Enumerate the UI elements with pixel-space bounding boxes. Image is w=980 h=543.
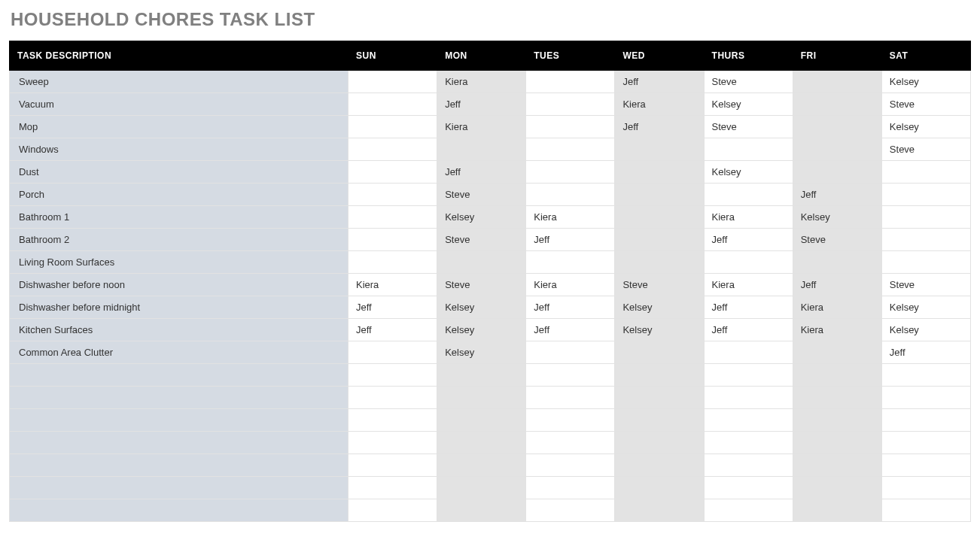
assignment-cell[interactable] bbox=[615, 387, 704, 409]
assignment-cell[interactable]: Steve bbox=[704, 71, 793, 93]
assignment-cell[interactable] bbox=[348, 138, 437, 161]
assignment-cell[interactable] bbox=[526, 93, 615, 116]
assignment-cell[interactable]: Steve bbox=[437, 274, 526, 296]
assignment-cell[interactable]: Kiera bbox=[526, 274, 615, 296]
assignment-cell[interactable] bbox=[526, 364, 615, 387]
assignment-cell[interactable]: Kelsey bbox=[793, 206, 881, 229]
assignment-cell[interactable] bbox=[881, 477, 970, 499]
assignment-cell[interactable] bbox=[615, 206, 704, 229]
assignment-cell[interactable]: Kiera bbox=[793, 296, 881, 319]
task-description-cell[interactable] bbox=[10, 432, 348, 454]
assignment-cell[interactable] bbox=[526, 161, 615, 184]
assignment-cell[interactable] bbox=[793, 161, 881, 184]
assignment-cell[interactable] bbox=[881, 206, 970, 229]
assignment-cell[interactable] bbox=[437, 432, 526, 454]
assignment-cell[interactable] bbox=[348, 454, 437, 477]
assignment-cell[interactable] bbox=[704, 499, 793, 522]
task-description-cell[interactable]: Windows bbox=[10, 138, 348, 161]
assignment-cell[interactable]: Kelsey bbox=[437, 341, 526, 364]
task-description-cell[interactable]: Dishwasher before noon bbox=[10, 274, 348, 296]
assignment-cell[interactable] bbox=[704, 387, 793, 409]
assignment-cell[interactable]: Kiera bbox=[793, 319, 881, 341]
assignment-cell[interactable] bbox=[437, 364, 526, 387]
assignment-cell[interactable] bbox=[615, 499, 704, 522]
assignment-cell[interactable] bbox=[793, 387, 881, 409]
assignment-cell[interactable]: Kiera bbox=[526, 206, 615, 229]
assignment-cell[interactable] bbox=[526, 432, 615, 454]
assignment-cell[interactable] bbox=[526, 138, 615, 161]
assignment-cell[interactable] bbox=[348, 184, 437, 206]
task-description-cell[interactable]: Dishwasher before midnight bbox=[10, 296, 348, 319]
assignment-cell[interactable] bbox=[348, 71, 437, 93]
assignment-cell[interactable] bbox=[437, 454, 526, 477]
assignment-cell[interactable]: Steve bbox=[881, 138, 970, 161]
assignment-cell[interactable] bbox=[704, 138, 793, 161]
assignment-cell[interactable] bbox=[793, 432, 881, 454]
assignment-cell[interactable] bbox=[704, 364, 793, 387]
assignment-cell[interactable] bbox=[348, 93, 437, 116]
assignment-cell[interactable] bbox=[348, 116, 437, 138]
assignment-cell[interactable] bbox=[526, 409, 615, 432]
task-description-cell[interactable]: Mop bbox=[10, 116, 348, 138]
assignment-cell[interactable] bbox=[615, 251, 704, 274]
assignment-cell[interactable] bbox=[615, 409, 704, 432]
assignment-cell[interactable] bbox=[526, 454, 615, 477]
assignment-cell[interactable] bbox=[704, 477, 793, 499]
assignment-cell[interactable] bbox=[348, 477, 437, 499]
assignment-cell[interactable] bbox=[437, 387, 526, 409]
task-description-cell[interactable]: Bathroom 1 bbox=[10, 206, 348, 229]
assignment-cell[interactable]: Kiera bbox=[437, 116, 526, 138]
assignment-cell[interactable] bbox=[793, 477, 881, 499]
assignment-cell[interactable]: Jeff bbox=[526, 296, 615, 319]
assignment-cell[interactable] bbox=[704, 184, 793, 206]
assignment-cell[interactable] bbox=[615, 229, 704, 251]
assignment-cell[interactable] bbox=[526, 251, 615, 274]
assignment-cell[interactable] bbox=[615, 184, 704, 206]
assignment-cell[interactable]: Kiera bbox=[348, 274, 437, 296]
assignment-cell[interactable]: Jeff bbox=[348, 319, 437, 341]
assignment-cell[interactable]: Jeff bbox=[704, 296, 793, 319]
assignment-cell[interactable] bbox=[437, 409, 526, 432]
assignment-cell[interactable] bbox=[793, 364, 881, 387]
assignment-cell[interactable]: Steve bbox=[704, 116, 793, 138]
assignment-cell[interactable] bbox=[793, 116, 881, 138]
assignment-cell[interactable] bbox=[793, 251, 881, 274]
assignment-cell[interactable] bbox=[348, 251, 437, 274]
assignment-cell[interactable]: Kelsey bbox=[881, 319, 970, 341]
assignment-cell[interactable]: Kiera bbox=[704, 274, 793, 296]
assignment-cell[interactable] bbox=[704, 454, 793, 477]
assignment-cell[interactable] bbox=[793, 138, 881, 161]
assignment-cell[interactable]: Steve bbox=[437, 229, 526, 251]
assignment-cell[interactable] bbox=[881, 184, 970, 206]
task-description-cell[interactable] bbox=[10, 454, 348, 477]
assignment-cell[interactable]: Jeff bbox=[704, 319, 793, 341]
assignment-cell[interactable]: Steve bbox=[881, 93, 970, 116]
assignment-cell[interactable]: Kelsey bbox=[881, 296, 970, 319]
assignment-cell[interactable] bbox=[704, 341, 793, 364]
assignment-cell[interactable] bbox=[348, 432, 437, 454]
assignment-cell[interactable] bbox=[348, 161, 437, 184]
assignment-cell[interactable] bbox=[793, 499, 881, 522]
assignment-cell[interactable]: Kiera bbox=[615, 93, 704, 116]
assignment-cell[interactable]: Kelsey bbox=[704, 93, 793, 116]
assignment-cell[interactable] bbox=[881, 409, 970, 432]
assignment-cell[interactable] bbox=[881, 387, 970, 409]
assignment-cell[interactable] bbox=[615, 161, 704, 184]
assignment-cell[interactable] bbox=[793, 71, 881, 93]
assignment-cell[interactable]: Jeff bbox=[615, 71, 704, 93]
task-description-cell[interactable] bbox=[10, 409, 348, 432]
assignment-cell[interactable] bbox=[615, 454, 704, 477]
assignment-cell[interactable]: Kiera bbox=[704, 206, 793, 229]
assignment-cell[interactable] bbox=[526, 387, 615, 409]
task-description-cell[interactable]: Bathroom 2 bbox=[10, 229, 348, 251]
assignment-cell[interactable] bbox=[615, 138, 704, 161]
assignment-cell[interactable]: Kelsey bbox=[437, 296, 526, 319]
assignment-cell[interactable] bbox=[348, 499, 437, 522]
assignment-cell[interactable] bbox=[348, 206, 437, 229]
assignment-cell[interactable]: Kelsey bbox=[881, 116, 970, 138]
assignment-cell[interactable] bbox=[615, 432, 704, 454]
assignment-cell[interactable]: Jeff bbox=[793, 274, 881, 296]
assignment-cell[interactable] bbox=[793, 409, 881, 432]
assignment-cell[interactable] bbox=[793, 93, 881, 116]
assignment-cell[interactable] bbox=[881, 251, 970, 274]
